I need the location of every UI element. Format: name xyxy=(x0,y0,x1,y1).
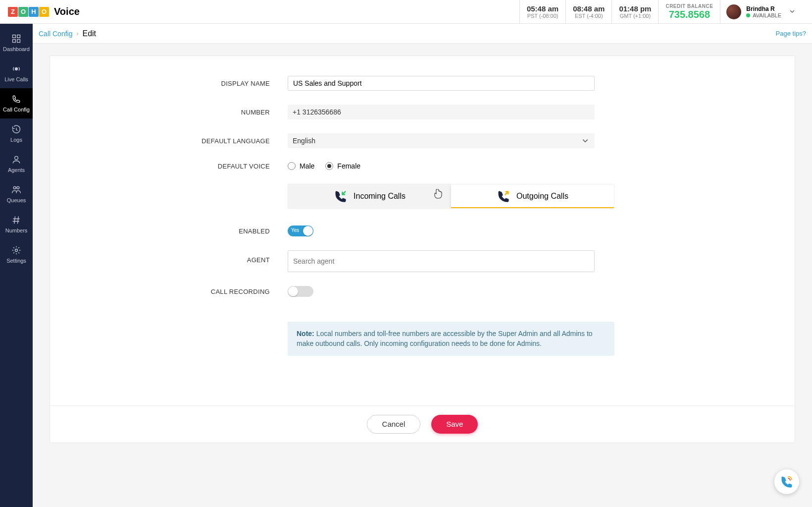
dashboard-icon xyxy=(11,34,21,44)
clock-est: 08:48 am EST (-4:00) xyxy=(565,0,611,23)
tab-outgoing[interactable]: Outgoing Calls xyxy=(451,184,614,208)
logo-tiles: Z O H O xyxy=(8,7,49,17)
sidebar-item-dashboard[interactable]: Dashboard xyxy=(0,28,33,58)
svg-rect-0 xyxy=(13,35,16,38)
radio-icon xyxy=(288,162,296,170)
phone-incoming-icon xyxy=(334,189,348,203)
nav-label: Logs xyxy=(10,137,22,143)
clock-zone: GMT (+1:00) xyxy=(619,13,651,19)
svg-rect-2 xyxy=(13,40,16,43)
svg-point-7 xyxy=(17,186,19,189)
radio-label-male: Male xyxy=(300,162,314,170)
page-title: Edit xyxy=(82,29,96,38)
floating-dialer-button[interactable] xyxy=(774,469,799,494)
agent-search-input[interactable] xyxy=(288,250,595,272)
label-enabled: ENABLED xyxy=(70,227,288,235)
clock-time: 05:48 am xyxy=(527,4,558,13)
brand-name: Voice xyxy=(54,6,80,17)
chevron-right-icon: › xyxy=(76,30,78,37)
nav-label: Dashboard xyxy=(3,46,30,52)
label-display-name: DISPLAY NAME xyxy=(70,80,288,87)
toggle-text: Yes xyxy=(291,227,299,233)
number-input xyxy=(288,105,595,119)
credit-balance: CREDIT BALANCE 735.8568 xyxy=(658,0,720,23)
sidebar-item-settings[interactable]: Settings xyxy=(0,239,33,270)
save-button[interactable]: Save xyxy=(431,415,478,434)
sidebar-item-live-calls[interactable]: Live Calls xyxy=(0,58,33,88)
brand-logo[interactable]: Z O H O Voice xyxy=(8,6,80,17)
avatar xyxy=(726,4,741,19)
label-default-voice: DEFAULT VOICE xyxy=(70,163,288,170)
breadcrumb-bar: Call Config › Edit Page tips? xyxy=(33,24,812,44)
svg-point-4 xyxy=(15,68,18,70)
logo-tile-o1: O xyxy=(18,7,28,17)
sidebar-item-queues[interactable]: Queues xyxy=(0,179,33,209)
logo-tile-z: Z xyxy=(8,7,18,17)
note-box: Note: Local numbers and toll-free number… xyxy=(288,322,614,356)
sidebar-item-logs[interactable]: Logs xyxy=(0,118,33,149)
logo-tile-h: H xyxy=(29,7,39,17)
label-number: NUMBER xyxy=(70,109,288,116)
form-footer: Cancel Save xyxy=(50,405,795,443)
nav-label: Settings xyxy=(6,258,26,264)
clock-pst: 05:48 am PST (-08:00) xyxy=(519,0,565,23)
clock-time: 08:48 am xyxy=(573,4,605,13)
sidebar-item-call-config[interactable]: Call Config xyxy=(0,88,33,118)
clock-gmt: 01:48 pm GMT (+1:00) xyxy=(611,0,658,23)
phone-outgoing-icon xyxy=(497,189,510,203)
numbers-icon xyxy=(11,215,21,225)
cancel-button[interactable]: Cancel xyxy=(367,415,421,434)
user-name: Brindha R xyxy=(746,5,781,12)
svg-rect-3 xyxy=(17,40,20,43)
nav-label: Queues xyxy=(7,197,26,203)
user-status-text: AVAILABLE xyxy=(753,12,781,18)
clock-zone: EST (-4:00) xyxy=(573,13,605,19)
label-default-language: DEFAULT LANGUAGE xyxy=(70,137,288,145)
user-menu[interactable]: Brindha R AVAILABLE xyxy=(720,0,804,23)
radio-female[interactable]: Female xyxy=(325,162,360,170)
nav-label: Agents xyxy=(8,167,25,173)
config-form: DISPLAY NAME NUMBER DEFAULT LANGUAGE DEF… xyxy=(50,56,795,443)
agents-icon xyxy=(11,155,21,165)
nav-label: Live Calls xyxy=(4,76,28,82)
enabled-toggle[interactable]: Yes xyxy=(288,225,313,236)
nav-label: Numbers xyxy=(5,227,28,233)
note-text: Local numbers and toll-free numbers are … xyxy=(297,330,593,347)
label-agent: AGENT xyxy=(70,250,288,264)
sidebar-item-agents[interactable]: Agents xyxy=(0,149,33,179)
toggle-knob xyxy=(303,226,313,236)
clock-zone: PST (-08:00) xyxy=(527,13,558,19)
tab-label: Incoming Calls xyxy=(354,192,406,201)
call-type-tabs: Incoming Calls Outgoing Calls xyxy=(288,184,614,209)
top-bar: Z O H O Voice 05:48 am PST (-08:00) 08:4… xyxy=(0,0,812,24)
radio-label-female: Female xyxy=(337,162,360,170)
user-meta: Brindha R AVAILABLE xyxy=(746,5,781,18)
tab-label: Outgoing Calls xyxy=(516,192,568,201)
gear-icon xyxy=(11,245,21,255)
user-status: AVAILABLE xyxy=(746,12,781,18)
clock-time: 01:48 pm xyxy=(619,4,651,13)
svg-point-8 xyxy=(15,249,18,252)
chevron-down-icon xyxy=(789,7,795,16)
radio-male[interactable]: Male xyxy=(288,162,314,170)
svg-point-5 xyxy=(15,156,18,160)
phone-icon xyxy=(780,475,794,489)
sidebar: Dashboard Live Calls Call Config Logs Ag… xyxy=(0,24,33,507)
sidebar-item-numbers[interactable]: Numbers xyxy=(0,209,33,239)
logo-tile-o2: O xyxy=(39,7,49,17)
credit-value: 735.8568 xyxy=(665,9,713,20)
queues-icon xyxy=(11,185,21,195)
page-tips-link[interactable]: Page tips? xyxy=(776,30,806,37)
credit-label: CREDIT BALANCE xyxy=(665,3,713,9)
toggle-knob xyxy=(288,286,298,296)
display-name-input[interactable] xyxy=(288,76,595,91)
note-prefix: Note: xyxy=(297,330,314,338)
status-dot-icon xyxy=(746,13,750,17)
tab-incoming[interactable]: Incoming Calls xyxy=(288,184,451,208)
call-recording-toggle[interactable] xyxy=(288,286,313,297)
nav-label: Call Config xyxy=(3,107,30,113)
live-calls-icon xyxy=(11,64,21,74)
logs-icon xyxy=(11,124,21,134)
default-language-select[interactable] xyxy=(288,133,595,148)
breadcrumb-parent[interactable]: Call Config xyxy=(39,30,72,38)
